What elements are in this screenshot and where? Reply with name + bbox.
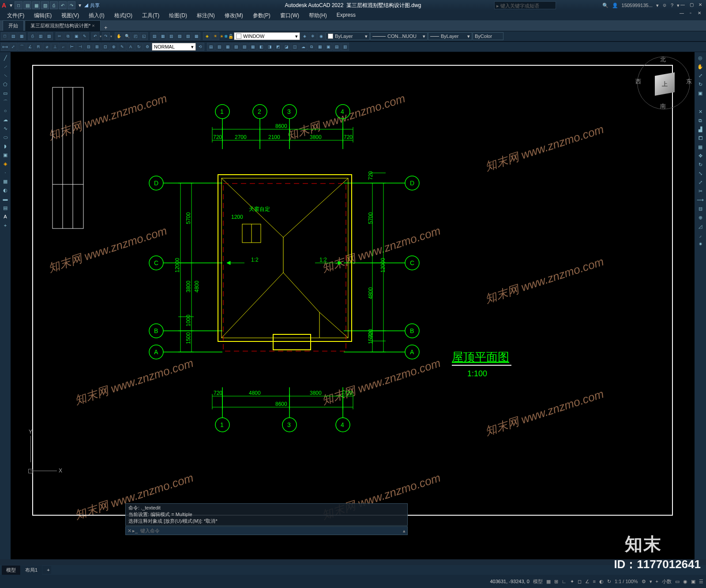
dim-space-icon[interactable]: ⊟ — [85, 43, 93, 51]
spline-icon[interactable]: ∿ — [1, 124, 9, 132]
tolerance-icon[interactable]: ⊡ — [101, 43, 109, 51]
dim-tedit-icon[interactable]: A — [127, 43, 135, 51]
grid-toggle-icon[interactable]: ▦ — [546, 579, 551, 584]
pan-icon[interactable]: ✋ — [115, 32, 123, 40]
rectangle-icon[interactable]: ▭ — [1, 89, 9, 97]
ref-open-icon[interactable]: ⧉ — [308, 43, 315, 51]
menu-window[interactable]: 窗口(W) — [276, 11, 304, 20]
explode-icon[interactable]: ✷ — [696, 240, 704, 248]
erase-icon[interactable]: ✕ — [696, 108, 704, 116]
maximize-icon[interactable]: ▢ — [687, 2, 695, 8]
scale-icon[interactable]: ⤡ — [696, 169, 704, 177]
centermark-icon[interactable]: ⊕ — [110, 43, 118, 51]
units-display[interactable]: 小数 — [662, 578, 672, 585]
gear-icon[interactable]: ⚙ — [642, 579, 646, 584]
ref-edit-icon[interactable]: ▦ — [224, 43, 232, 51]
line-icon[interactable]: ╱ — [1, 54, 9, 62]
osnap-toggle-icon[interactable]: ◻ — [578, 579, 582, 584]
toolpalette-icon[interactable]: ▥ — [167, 32, 175, 40]
tab-start[interactable]: 开始 — [3, 20, 24, 31]
menu-help[interactable]: 帮助(H) — [304, 11, 331, 20]
layer-states-icon[interactable]: ☀ — [211, 32, 219, 40]
dim-aligned-icon[interactable]: ⤢ — [9, 43, 17, 51]
copy2-icon[interactable]: ⧉ — [696, 116, 704, 124]
dim-linear-icon[interactable]: ⟷ — [1, 43, 9, 51]
tb-misc3-icon[interactable]: ▥ — [341, 43, 349, 51]
properties-icon[interactable]: ▤ — [150, 32, 158, 40]
qat-plot-icon[interactable]: ⎙ — [50, 1, 58, 9]
dim-ord-icon[interactable]: ⊥ — [51, 43, 59, 51]
trim-icon[interactable]: ✂ — [696, 187, 704, 195]
undo-icon[interactable]: ↶ — [91, 32, 99, 40]
insert-icon[interactable]: ▣ — [1, 151, 9, 159]
qat-undo-icon[interactable]: ↶ — [59, 1, 67, 9]
dim-edit-icon[interactable]: ✎ — [118, 43, 126, 51]
command-line[interactable]: 命令: ._textedit 当前设置: 编辑模式 = Multiple 选择注… — [125, 503, 408, 535]
cut-icon[interactable]: ✂ — [56, 32, 64, 40]
layer-props-icon[interactable]: ◈ — [203, 32, 211, 40]
zoom-window-icon[interactable]: ◰ — [131, 32, 139, 40]
image-attach-icon[interactable]: ▨ — [240, 43, 248, 51]
ellipsearc-icon[interactable]: ◗ — [1, 142, 9, 150]
doc-minimize-icon[interactable]: — — [678, 11, 686, 17]
anno-scale[interactable]: 1:1 / 100% — [615, 579, 638, 584]
layer-freeze-icon[interactable]: ❄ — [309, 32, 317, 40]
mtext-icon[interactable]: A — [1, 213, 9, 221]
publish-icon[interactable]: ▨ — [45, 32, 53, 40]
status-model-button[interactable]: 模型 — [533, 578, 543, 585]
join-icon[interactable]: ⊕ — [696, 213, 704, 221]
dim-diameter-icon[interactable]: ⌀ — [43, 43, 51, 51]
ellipse-icon[interactable]: ⬭ — [1, 133, 9, 141]
tab-current-file[interactable]: 某三层框混别墅结构设计图* × — [25, 20, 101, 31]
zoom-extents-icon[interactable]: ⤢ — [696, 71, 704, 79]
table-icon[interactable]: ▤ — [1, 204, 9, 212]
revcloud-icon[interactable]: ☁ — [299, 43, 307, 51]
ref-attach-icon[interactable]: ▤ — [207, 43, 215, 51]
image-adjust-icon[interactable]: ◧ — [257, 43, 265, 51]
point-icon[interactable]: · — [1, 169, 9, 176]
save-icon[interactable]: ▦ — [18, 32, 26, 40]
tb-misc1-icon[interactable]: ▣ — [324, 43, 332, 51]
print-icon[interactable]: ⎙ — [28, 32, 36, 40]
stretch-icon[interactable]: ⤢ — [696, 178, 704, 186]
gradient-icon[interactable]: ◐ — [1, 186, 9, 194]
ref-manager-icon[interactable]: ▧ — [232, 43, 240, 51]
menu-tools[interactable]: 工具(T) — [138, 11, 164, 20]
view-cube[interactable]: 北 南 东 西 上 — [637, 56, 690, 109]
share-button[interactable]: 共享 — [90, 3, 100, 8]
menu-file[interactable]: 文件(F) — [3, 11, 29, 20]
otrack-toggle-icon[interactable]: ∠ — [585, 579, 590, 584]
anno-monitor-icon[interactable]: + — [656, 579, 658, 584]
qat-save-icon[interactable]: ▦ — [32, 1, 40, 9]
ref-save-icon[interactable]: ▦ — [316, 43, 324, 51]
transparency-icon[interactable]: ◐ — [599, 579, 604, 584]
tb-misc2-icon[interactable]: ▤ — [333, 43, 341, 51]
menu-modify[interactable]: 修改(M) — [220, 11, 248, 20]
offset-icon[interactable]: ⧠ — [696, 134, 704, 142]
close-icon[interactable]: ✕ — [696, 2, 704, 8]
isolate-icon[interactable]: ◉ — [683, 579, 687, 584]
dim-break-icon[interactable]: ⊠ — [93, 43, 101, 51]
redo-icon[interactable]: ↷ — [102, 32, 110, 40]
tab-layout1[interactable]: 布局1 — [21, 566, 42, 575]
xline-icon[interactable]: ⟋ — [1, 63, 9, 71]
menu-view[interactable]: 视图(V) — [57, 11, 83, 20]
tab-model[interactable]: 模型 — [2, 566, 20, 575]
preview-icon[interactable]: ▥ — [37, 32, 45, 40]
zoom-prev-icon[interactable]: ◱ — [140, 32, 148, 40]
help-icon[interactable]: ? — [671, 3, 673, 8]
wipeout-icon[interactable]: ◫ — [291, 43, 299, 51]
help-search-input[interactable]: ▸ 键入关键字或短语 — [494, 1, 556, 9]
tab-add-layout-icon[interactable]: + — [42, 566, 51, 574]
copy-icon[interactable]: ⧉ — [64, 32, 72, 40]
move-icon[interactable]: ✥ — [696, 152, 704, 160]
menu-param[interactable]: 参数(P) — [248, 11, 275, 20]
break-icon[interactable]: ⊟ — [696, 205, 704, 213]
fillet-icon[interactable]: ◞ — [696, 231, 704, 239]
qat-redo-icon[interactable]: ↷ — [68, 1, 75, 9]
lwt-toggle-icon[interactable]: ≡ — [593, 579, 596, 584]
clean-icon[interactable]: ☰ — [699, 579, 703, 584]
hardware-icon[interactable]: ▣ — [691, 579, 695, 584]
region-icon[interactable]: ▬ — [1, 195, 9, 203]
drawing-canvas[interactable]: 知末网 www.znzmo.com 知末网 www.znzmo.com 知末网 … — [11, 52, 695, 559]
